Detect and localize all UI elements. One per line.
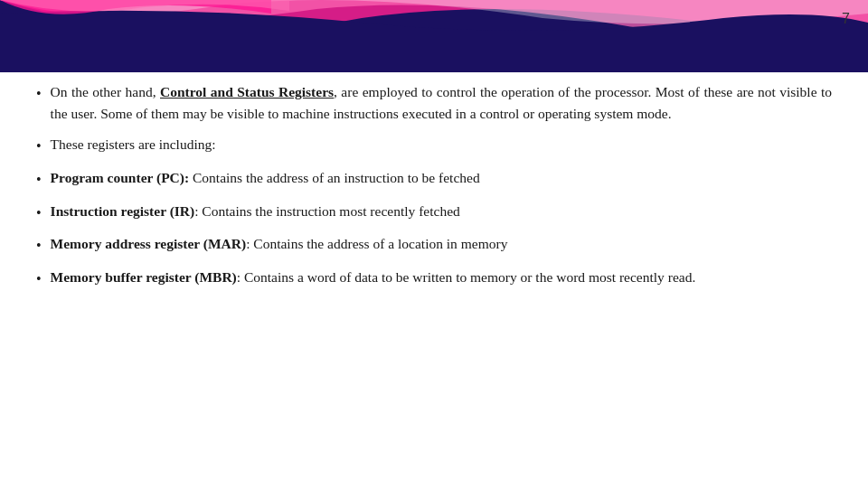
emphasis-control-status-registers: Control and Status Registers — [160, 84, 334, 99]
bullet-text-1: On the other hand, Control and Status Re… — [51, 81, 832, 125]
bullet-dot-5: • — [36, 235, 42, 258]
bullet-dot-3: • — [36, 169, 42, 192]
bullet-item-2: • These registers are including: — [36, 134, 832, 158]
bullet-item-3: • Program counter (PC): Contains the add… — [36, 167, 832, 192]
bullet-text-2: These registers are including: — [51, 134, 832, 155]
page-number: 7 — [842, 11, 850, 27]
emphasis-program-counter: Program counter (PC): — [51, 170, 190, 185]
bullet-item-4: • Instruction register (IR): Contains th… — [36, 201, 832, 225]
emphasis-memory-address-register: Memory address register (MAR) — [51, 236, 247, 251]
bullet-dot-4: • — [36, 202, 42, 225]
bullet-dot-1: • — [36, 83, 42, 106]
bullet-item-6: • Memory buffer register (MBR): Contains… — [36, 267, 832, 291]
emphasis-instruction-register: Instruction register (IR) — [51, 203, 195, 219]
bullet-dot-2: • — [36, 136, 42, 158]
slide-container: 7 • On the other hand, Control and Statu… — [0, 0, 868, 488]
bullet-item-5: • Memory address register (MAR): Contain… — [36, 233, 832, 258]
bullet-text-3: Program counter (PC): Contains the addre… — [51, 167, 832, 189]
header-decoration — [0, 0, 868, 72]
bullet-dot-6: • — [36, 268, 42, 291]
emphasis-memory-buffer-register: Memory buffer register (MBR) — [51, 269, 237, 285]
bullet-text-4: Instruction register (IR): Contains the … — [51, 201, 832, 222]
bullet-text-5: Memory address register (MAR): Contains … — [51, 233, 832, 255]
bullet-item-1: • On the other hand, Control and Status … — [36, 81, 832, 125]
bullet-text-6: Memory buffer register (MBR): Contains a… — [51, 267, 832, 288]
content-area: • On the other hand, Control and Status … — [36, 81, 832, 470]
